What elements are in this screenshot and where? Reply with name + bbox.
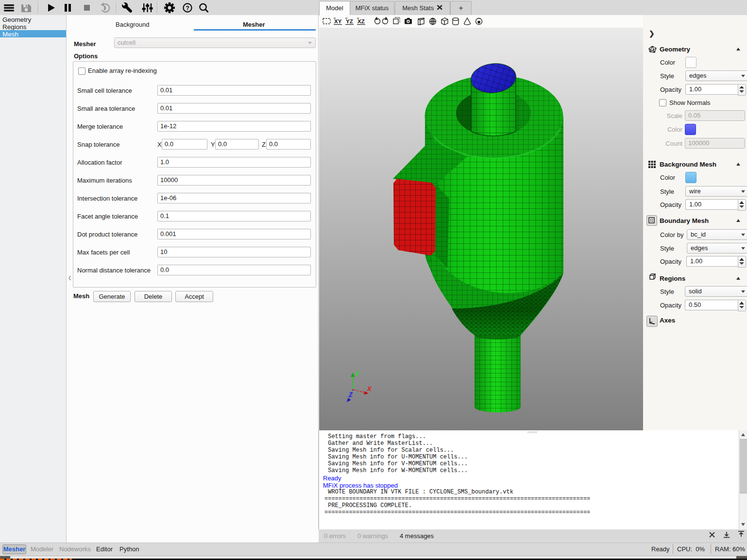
svg-text:X: X bbox=[367, 385, 372, 392]
svg-text:Y: Y bbox=[355, 370, 360, 377]
svg-text:YZ: YZ bbox=[346, 18, 353, 24]
svg-text:XZ: XZ bbox=[357, 18, 365, 24]
svg-text:XY: XY bbox=[334, 18, 342, 24]
svg-text:Z: Z bbox=[348, 391, 353, 398]
svg-text:?: ? bbox=[186, 5, 189, 12]
